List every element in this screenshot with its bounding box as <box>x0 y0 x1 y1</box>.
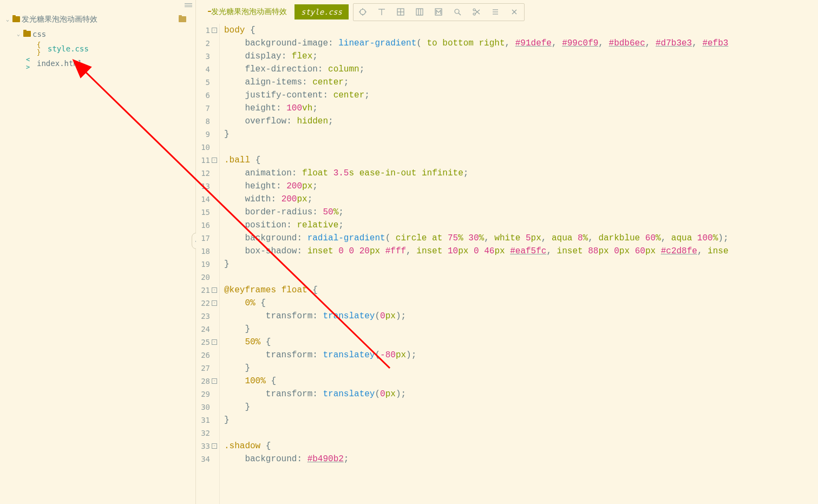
columns-icon[interactable] <box>410 4 429 21</box>
code-editor[interactable]: 1-234567891011-12131415161718192021-22-2… <box>196 24 818 504</box>
search-icon[interactable] <box>448 4 467 21</box>
tree-file-index-html-label: index.html <box>37 59 195 68</box>
tree-file-style-css[interactable]: { } style.css <box>0 41 195 56</box>
tree-root-folder[interactable]: ⌄ 发光糖果泡泡动画特效 <box>0 12 195 27</box>
file-explorer-sidebar: ⌄ 发光糖果泡泡动画特效 ⌄ css { } style.css < > ind… <box>0 0 196 504</box>
chevron-down-icon: ⌄ <box>4 16 11 22</box>
folder-icon <box>22 31 32 37</box>
svg-point-17 <box>473 13 475 15</box>
code-content[interactable]: body { background-image: linear-gradient… <box>220 24 818 504</box>
svg-point-14 <box>455 9 459 14</box>
svg-point-16 <box>473 9 475 11</box>
menu-icon[interactable] <box>486 4 505 21</box>
m-icon[interactable] <box>429 4 448 21</box>
sidebar-menu-icon[interactable] <box>185 3 192 7</box>
html-file-icon: < > <box>26 56 37 71</box>
t-icon[interactable] <box>372 4 391 21</box>
tree-root-label: 发光糖果泡泡动画特效 <box>22 15 177 24</box>
svg-rect-10 <box>416 9 423 15</box>
chevron-down-icon: ⌄ <box>15 31 22 37</box>
folder-icon <box>177 16 188 22</box>
tab-active-label: style.css <box>301 8 342 16</box>
tree-file-style-css-label: style.css <box>48 44 195 53</box>
close-icon[interactable] <box>505 4 524 21</box>
grid4-icon[interactable] <box>391 4 410 21</box>
tree-folder-css[interactable]: ⌄ css <box>0 27 195 41</box>
tab-style-css[interactable]: style.css <box>295 4 349 19</box>
tab-folder-label: 发光糖果泡泡动画特效 <box>211 7 287 17</box>
css-file-icon: { } <box>37 41 48 56</box>
svg-line-19 <box>475 10 480 14</box>
svg-line-18 <box>475 10 480 14</box>
tab-folder[interactable]: 发光糖果泡泡动画特效 <box>200 0 295 24</box>
tree-file-index-html[interactable]: < > index.html <box>0 56 195 70</box>
editor-main: ‹ 发光糖果泡泡动画特效 style.css <box>196 0 818 504</box>
tab-bar: 发光糖果泡泡动画特效 style.css <box>196 0 818 24</box>
scissors-icon[interactable] <box>467 4 486 21</box>
target-icon[interactable] <box>354 4 372 21</box>
tree-folder-css-label: css <box>32 30 195 38</box>
svg-line-15 <box>459 13 461 15</box>
folder-icon <box>11 16 22 22</box>
editor-toolbar <box>353 3 525 21</box>
gutter: 1-234567891011-12131415161718192021-22-2… <box>196 24 220 504</box>
file-tree: ⌄ 发光糖果泡泡动画特效 ⌄ css { } style.css < > ind… <box>0 10 195 70</box>
svg-point-0 <box>360 9 365 15</box>
